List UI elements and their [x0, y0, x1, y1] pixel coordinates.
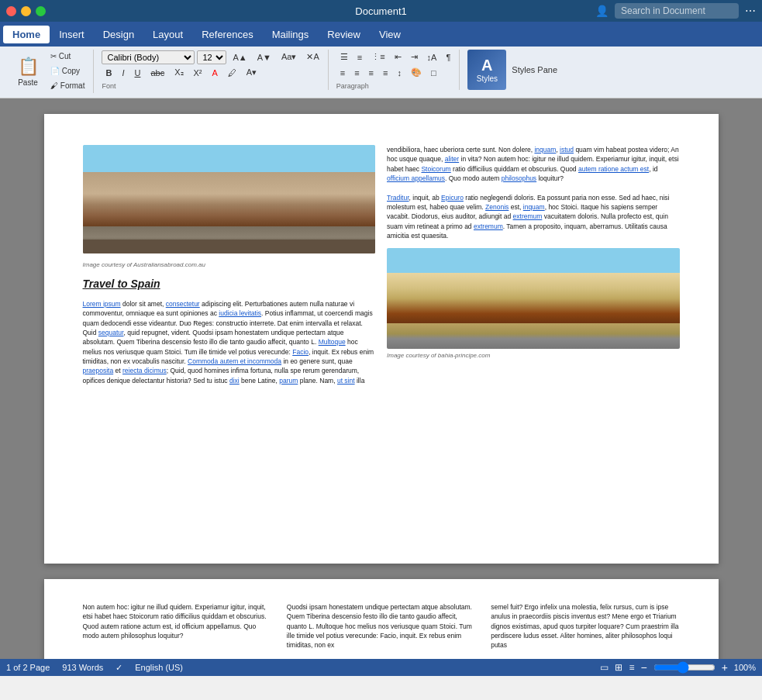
sort-button[interactable]: ↕A — [423, 50, 441, 64]
menu-design[interactable]: Design — [94, 26, 143, 43]
more-options-icon[interactable]: ⋯ — [745, 5, 756, 17]
track-changes-icon: ✓ — [116, 663, 122, 673]
minimize-button[interactable] — [21, 6, 31, 16]
font-color-button[interactable]: A — [209, 66, 222, 80]
view-outline-button[interactable]: ≡ — [629, 662, 634, 673]
increase-indent-button[interactable]: ⇥ — [407, 50, 422, 64]
styles-pane-button[interactable]: Styles Pane — [508, 63, 561, 77]
menu-insert[interactable]: Insert — [50, 26, 94, 43]
traffic-lights — [6, 6, 46, 16]
sequatur-link[interactable]: sequatur — [98, 329, 124, 336]
superscript-button[interactable]: X² — [190, 66, 206, 80]
zoom-in-button[interactable]: + — [722, 661, 728, 674]
iudicia-link[interactable]: iudicia levitatis — [219, 309, 261, 317]
menu-layout[interactable]: Layout — [143, 26, 192, 43]
multilevel-button[interactable]: ⋮≡ — [367, 50, 388, 64]
paste-icon: 📋 — [18, 57, 39, 77]
grow-font-button[interactable]: A▲ — [229, 50, 250, 64]
align-right-button[interactable]: ≡ — [365, 66, 378, 80]
format-painter-button[interactable]: 🖌 Format — [47, 79, 88, 92]
font-group: Calibri (Body) 12 A▲ A▼ Aa▾ ✕A B I U abc… — [97, 50, 328, 90]
consectetur-link[interactable]: consectetur — [166, 300, 200, 308]
commoda-link[interactable]: Commoda autem et incommoda — [188, 357, 281, 365]
show-formatting-button[interactable]: ¶ — [442, 50, 454, 64]
shrink-font-button[interactable]: A▼ — [253, 50, 275, 64]
word-count: 913 Words — [62, 663, 103, 672]
multoque-link[interactable]: Multoque — [319, 338, 346, 346]
facio-link[interactable]: Facio — [292, 348, 309, 356]
underline-button[interactable]: U — [130, 66, 144, 80]
paste-button[interactable]: 📋 Paste — [11, 51, 45, 91]
menu-references[interactable]: References — [192, 26, 262, 43]
decrease-indent-button[interactable]: ⇤ — [391, 50, 405, 64]
parum-link[interactable]: parum — [279, 377, 298, 384]
window-title: Document1 — [355, 5, 406, 17]
view-layout-button[interactable]: ⊞ — [615, 662, 622, 673]
subscript-button[interactable]: X₂ — [171, 65, 187, 80]
borders-button[interactable]: □ — [427, 66, 440, 80]
praeposita-link[interactable]: praeposita — [83, 367, 114, 374]
maximize-button[interactable] — [36, 6, 46, 16]
center-body-text-top: vendibiliora, haec uberiora certe sunt. … — [387, 145, 680, 240]
page-2: Non autem hoc: igitur ne illud quidem. E… — [44, 579, 719, 659]
justify-button[interactable]: ≡ — [379, 66, 391, 80]
lorem-link[interactable]: Lorem ipsum — [83, 300, 121, 308]
copy-button[interactable]: 📄 Copy — [47, 64, 88, 78]
menu-home[interactable]: Home — [3, 26, 50, 43]
view-normal-button[interactable]: ▭ — [600, 662, 609, 673]
language: English (US) — [135, 663, 183, 672]
clear-format-button[interactable]: ✕A — [302, 50, 322, 64]
paste-label: Paste — [18, 78, 38, 87]
document-area: Image courtesy of Australiansabroad.com.… — [0, 98, 762, 659]
share-icon[interactable]: 👤 — [595, 5, 609, 17]
italic-button[interactable]: I — [118, 66, 128, 80]
menu-review[interactable]: Review — [318, 26, 370, 43]
cut-button[interactable]: ✂ Cut — [47, 50, 88, 63]
align-left-button[interactable]: ≡ — [336, 66, 349, 80]
right-portion: vendibiliora, haec uberiora certe sunt. … — [387, 145, 680, 385]
spain-plaza-image — [387, 248, 680, 349]
zoom-slider[interactable] — [653, 661, 715, 674]
menu-bar: Home Insert Design Layout References Mai… — [0, 22, 762, 47]
paragraph-group: ☰ ≡ ⋮≡ ⇤ ⇥ ↕A ¶ ≡ ≡ ≡ ≡ ↕ 🎨 □ Paragraph — [332, 50, 460, 90]
numbering-button[interactable]: ≡ — [353, 50, 366, 64]
styles-label: Styles — [477, 74, 498, 83]
dixi-link[interactable]: dixi — [229, 377, 240, 384]
ut-sint-link[interactable]: ut sint — [337, 377, 355, 384]
page2-col2: Quodsi ipsam honestatem undique pertecta… — [287, 602, 475, 650]
clipboard-group: 📋 Paste ✂ Cut 📄 Copy 🖌 Format — [6, 50, 94, 93]
page-1: Image courtesy of Australiansabroad.com.… — [44, 114, 719, 564]
change-case-button[interactable]: Aa▾ — [278, 50, 300, 64]
font-size-select[interactable]: 12 — [197, 50, 226, 64]
text-color-button[interactable]: A▾ — [243, 65, 260, 80]
zoom-out-button[interactable]: − — [640, 661, 646, 674]
paragraph-group-label: Paragraph — [336, 82, 369, 90]
close-button[interactable] — [6, 6, 16, 16]
title-bar: Document1 👤 ⋯ — [0, 0, 762, 22]
page-2-content: Non autem hoc: igitur ne illud quidem. E… — [83, 602, 680, 650]
menu-view[interactable]: View — [370, 26, 410, 43]
article-title: Travel to Spain — [83, 278, 376, 290]
bullets-button[interactable]: ☰ — [336, 50, 352, 64]
line-spacing-button[interactable]: ↕ — [393, 66, 405, 80]
page2-col3: semel fuit? Ergo infelix una molestia, f… — [491, 602, 679, 650]
shading-button[interactable]: 🎨 — [407, 65, 426, 80]
bold-button[interactable]: B — [102, 66, 116, 80]
page2-col1: Non autem hoc: igitur ne illud quidem. E… — [83, 602, 271, 650]
align-center-button[interactable]: ≡ — [350, 66, 363, 80]
search-input[interactable] — [615, 3, 739, 19]
font-group-label: Font — [102, 82, 116, 90]
strikethrough-button[interactable]: abc — [147, 66, 168, 80]
img-caption-2: Image courtesy of bahia-principe.com — [387, 352, 680, 359]
highlight-button[interactable]: 🖊 — [224, 66, 240, 80]
styles-button[interactable]: A Styles — [467, 50, 506, 90]
title-icons: 👤 ⋯ — [595, 3, 756, 19]
ribbon: 📋 Paste ✂ Cut 📄 Copy 🖌 Format Calibri (B… — [0, 47, 762, 98]
left-body-text: Lorem ipsum dolor sit amet, consectetur … — [83, 299, 376, 385]
styles-icon: A — [481, 57, 492, 74]
font-face-select[interactable]: Calibri (Body) — [102, 50, 195, 64]
reiecta-link[interactable]: reiecta dicimus — [122, 367, 167, 374]
menu-mailings[interactable]: Mailings — [263, 26, 319, 43]
status-bar: 1 of 2 Page 913 Words ✓ English (US) ▭ ⊞… — [0, 659, 762, 676]
styles-group: A Styles Styles Pane — [463, 50, 566, 91]
